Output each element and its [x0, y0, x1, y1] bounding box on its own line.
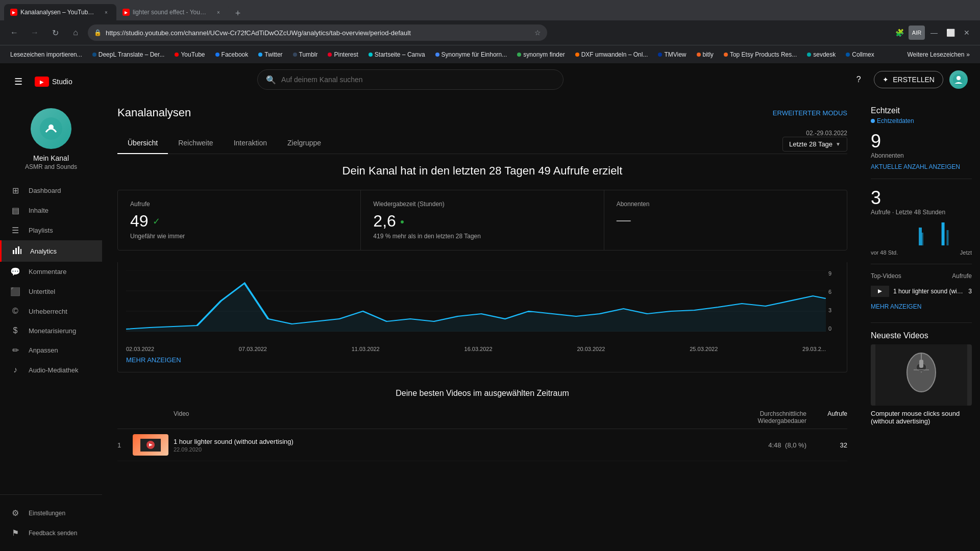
tab-uebersicht[interactable]: Übersicht — [117, 133, 168, 154]
bookmark-pinterest[interactable]: Pinterest — [324, 49, 362, 60]
bookmark-tm-label: TMView — [664, 51, 686, 58]
extensions-button[interactable]: 🧩 — [892, 26, 906, 40]
green-dot-icon: ● — [400, 217, 404, 226]
bookmark-bitly[interactable]: bitly — [693, 49, 718, 60]
current-count-link[interactable]: AKTUELLE ANZAHL ANZEIGEN — [871, 163, 972, 170]
home-button[interactable]: ⌂ — [67, 24, 84, 41]
tab-zielgruppe[interactable]: Zielgruppe — [277, 133, 331, 154]
help-button[interactable]: ? — [849, 70, 868, 89]
bookmark-tumblr[interactable]: Tumblr — [289, 49, 322, 60]
echtzeit-subtitle-text: Echtzeitdaten — [877, 117, 914, 124]
address-bar[interactable]: 🔒 https://studio.youtube.com/channel/UCv… — [88, 24, 547, 41]
col-header-duration: Durchschnittliche Wiedergabedauer — [715, 410, 806, 424]
tab-close-studio[interactable]: × — [102, 8, 110, 16]
bookmark-pin-icon — [328, 53, 332, 57]
bookmark-deepl-label: DeepL Translate – Der... — [99, 51, 165, 58]
sidebar-item-dashboard[interactable]: ⊞ Dashboard — [0, 181, 102, 201]
right-panel: Echtzeit Echtzeitdaten 9 Abonnenten AKTU… — [863, 96, 980, 471]
create-label: ERSTELLEN — [893, 76, 935, 84]
tab-interaktion[interactable]: Interaktion — [224, 133, 277, 154]
search-input[interactable] — [281, 76, 555, 84]
tab-inactive[interactable]: ▶ lighter sound effect - YouTube × — [116, 4, 229, 20]
create-button[interactable]: ✦ ERSTELLEN — [874, 71, 943, 88]
channel-avatar[interactable] — [31, 108, 71, 149]
bookmark-collmex[interactable]: Collmex — [842, 49, 878, 60]
bookmark-sevdesk[interactable]: sevdesk — [803, 49, 840, 60]
x-label-1: 02.03.2022 — [126, 346, 154, 352]
playlists-icon: ☰ — [10, 226, 20, 235]
search-bar[interactable]: 🔍 — [257, 69, 564, 90]
reload-button[interactable]: ↻ — [47, 24, 63, 41]
bookmark-synonyme[interactable]: Synonyme für Einhorn... — [431, 49, 511, 60]
sidebar-item-audio[interactable]: ♪ Audio-Mediathek — [0, 360, 102, 380]
close-window-button[interactable]: ✕ — [960, 26, 974, 40]
bookmark-canva[interactable]: Startseite – Canva — [364, 49, 429, 60]
kommentare-icon: 💬 — [10, 267, 20, 277]
maximize-button[interactable]: ⬜ — [943, 26, 958, 40]
topbar: 🔍 ? ✦ ERSTELLEN — [102, 63, 980, 96]
sidebar-item-inhalte[interactable]: ▤ Inhalte — [0, 201, 102, 220]
period-date: 02.-29.03.2022 — [806, 130, 847, 137]
studio-logo[interactable]: Studio — [35, 77, 72, 87]
bookmark-twitter[interactable]: Twitter — [254, 49, 286, 60]
tabs-period-row: Übersicht Reichweite Interaktion Zielgru… — [117, 130, 847, 154]
bookmarks-more-button[interactable]: Weitere Lesezeichen » — [903, 49, 974, 60]
row-duration-time: 4:48 — [768, 441, 781, 449]
top-video-item[interactable]: 1 hour lighter sound (without ... 3 — [871, 284, 972, 299]
top-video-views: 3 — [968, 288, 972, 295]
bookmark-facebook[interactable]: Facebook — [211, 49, 253, 60]
sidebar-item-anpassen[interactable]: ✏ Anpassen — [0, 340, 102, 360]
analytics-icon — [12, 245, 22, 257]
advanced-mode-link[interactable]: ERWEITERTER MODUS — [773, 109, 847, 117]
newest-video-thumb[interactable] — [871, 344, 972, 406]
minimize-button[interactable]: — — [927, 26, 941, 40]
sidebar-header: ☰ Studio — [0, 67, 102, 100]
stat-abonnenten: Abonnenten — — [604, 190, 847, 250]
bookmark-deepl[interactable]: DeepL Translate – Der... — [88, 49, 169, 60]
sidebar-item-untertitel[interactable]: ⬛ Untertitel — [0, 282, 102, 302]
row-thumb-img — [133, 434, 168, 456]
echtzeit-subtitle: Echtzeitdaten — [871, 117, 972, 124]
sidebar-item-monetarisierung[interactable]: $ Monetarisierung — [0, 321, 102, 340]
page-title: Kanalanalysen — [117, 106, 191, 119]
chart-section: 9 6 3 0 — [117, 262, 847, 372]
back-button[interactable]: ← — [6, 24, 22, 41]
sidebar-item-kommentare[interactable]: 💬 Kommentare — [0, 262, 102, 282]
aufrufe-label: Aufrufe · Letzte 48 Stunden — [871, 209, 972, 216]
bookmark-synonym[interactable]: synonym finder — [513, 49, 569, 60]
sidebar-item-einstellungen-label: Einstellungen — [29, 510, 65, 517]
bookmark-youtube[interactable]: YouTube — [170, 49, 209, 60]
tab-favicon-yt: ▶ — [122, 9, 130, 16]
row-num: 1 — [117, 441, 133, 449]
menu-button[interactable]: ☰ — [8, 71, 29, 92]
period-dropdown[interactable]: Letzte 28 Tage ▼ — [782, 137, 847, 152]
bookmark-fb-label: Facebook — [222, 51, 249, 58]
top-videos-more-link[interactable]: MEHR ANZEIGEN — [871, 303, 972, 310]
bookmark-tmview[interactable]: TMView — [654, 49, 690, 60]
row-title-text: 1 hour lighter sound (without advertisin… — [174, 438, 715, 445]
tab-reichweite[interactable]: Reichweite — [168, 133, 223, 154]
sidebar-item-dashboard-label: Dashboard — [29, 187, 61, 194]
forward-button[interactable]: → — [27, 24, 43, 41]
sidebar-item-analytics[interactable]: Analytics — [0, 240, 102, 262]
table-row[interactable]: 1 1 hour lighter sound (wi — [117, 429, 847, 461]
new-tab-button[interactable]: + — [231, 6, 245, 20]
tab-close-yt[interactable]: × — [214, 8, 223, 16]
sidebar-item-urheberrecht[interactable]: © Urheberrecht — [0, 302, 102, 321]
chart-more-link[interactable]: MEHR ANZEIGEN — [126, 356, 181, 364]
sidebar-item-einstellungen[interactable]: ⚙ Einstellungen — [0, 503, 102, 523]
sidebar-item-playlists[interactable]: ☰ Playlists — [0, 220, 102, 240]
x-label-2: 07.03.2022 — [239, 346, 267, 352]
bookmark-lesezeichen[interactable]: Lesezeichen importieren... — [6, 49, 86, 60]
urheberrecht-icon: © — [10, 307, 20, 316]
user-avatar-button[interactable] — [949, 70, 968, 89]
bookmark-dxf[interactable]: DXF umwandeln – Onl... — [571, 49, 652, 60]
profile-button[interactable]: AIR — [909, 26, 925, 40]
bookmark-etsy[interactable]: Top Etsy Products Res... — [720, 49, 801, 60]
bookmark-tumblr-label: Tumblr — [299, 51, 318, 58]
sidebar-item-feedback[interactable]: ⚑ Feedback senden — [0, 523, 102, 543]
bookmark-star-icon[interactable]: ☆ — [534, 29, 541, 37]
rp-divider-1 — [871, 179, 972, 179]
sidebar-item-monetarisierung-label: Monetarisierung — [29, 327, 76, 335]
tab-active[interactable]: ▶ Kanalanalysen – YouTube Studio × — [4, 4, 116, 20]
